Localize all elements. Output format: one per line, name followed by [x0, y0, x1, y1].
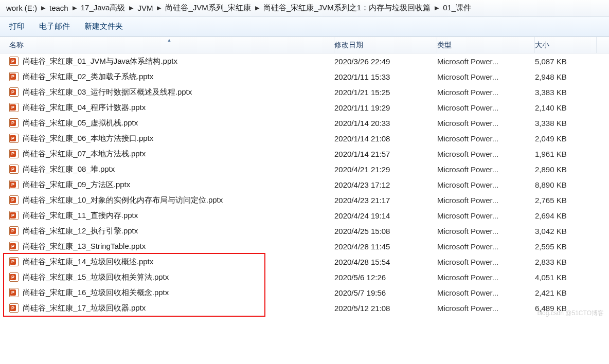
- file-row[interactable]: 尚硅谷_宋红康_06_本地方法接口.pptx2020/1/14 21:08Mic…: [0, 131, 609, 146]
- file-name: 尚硅谷_宋红康_13_StringTable.pptx: [23, 242, 146, 251]
- file-size: 2,833 KB: [535, 258, 597, 266]
- breadcrumb-item[interactable]: 17_Java高级: [81, 3, 126, 13]
- file-date: 2020/1/11 15:33: [334, 72, 437, 81]
- file-name: 尚硅谷_宋红康_06_本地方法接口.pptx: [23, 134, 153, 143]
- file-row[interactable]: 尚硅谷_宋红康_15_垃圾回收相关算法.pptx2020/5/6 12:26Mi…: [0, 269, 609, 285]
- file-type: Microsoft Power...: [437, 72, 535, 81]
- powerpoint-icon: [9, 257, 19, 266]
- file-type: Microsoft Power...: [437, 57, 535, 66]
- column-header-row: 名称 ▲ 修改日期 类型 大小: [0, 37, 609, 53]
- breadcrumb[interactable]: work (E:) ▶ teach ▶ 17_Java高级 ▶ JVM ▶ 尚硅…: [0, 0, 609, 16]
- file-size: 2,140 KB: [535, 103, 597, 112]
- chevron-right-icon: ▶: [41, 5, 45, 11]
- column-header-size[interactable]: 大小: [535, 37, 597, 53]
- breadcrumb-item[interactable]: 01_课件: [443, 3, 471, 13]
- file-name: 尚硅谷_宋红康_07_本地方法栈.pptx: [23, 149, 146, 159]
- file-date: 2020/4/25 15:08: [334, 227, 437, 235]
- chevron-right-icon: ▶: [435, 5, 439, 11]
- file-size: 8,890 KB: [535, 180, 597, 189]
- column-header-type[interactable]: 类型: [437, 37, 535, 53]
- powerpoint-icon: [9, 226, 19, 235]
- powerpoint-icon: [9, 195, 19, 205]
- print-button[interactable]: 打印: [4, 19, 34, 34]
- file-row[interactable]: 尚硅谷_宋红康_14_垃圾回收概述.pptx2020/4/28 15:54Mic…: [0, 254, 609, 269]
- file-date: 2020/5/12 21:08: [334, 304, 437, 313]
- file-row[interactable]: 尚硅谷_宋红康_09_方法区.pptx2020/4/23 17:12Micros…: [0, 177, 609, 192]
- breadcrumb-item[interactable]: work (E:): [6, 4, 37, 12]
- file-name: 尚硅谷_宋红康_14_垃圾回收概述.pptx: [23, 257, 153, 267]
- file-row[interactable]: 尚硅谷_宋红康_02_类加载子系统.pptx2020/1/11 15:33Mic…: [0, 69, 609, 84]
- powerpoint-icon: [9, 149, 19, 158]
- file-name: 尚硅谷_宋红康_09_方法区.pptx: [23, 180, 130, 190]
- file-name: 尚硅谷_宋红康_02_类加载子系统.pptx: [23, 72, 153, 82]
- file-date: 2020/4/28 15:54: [334, 258, 437, 266]
- email-button[interactable]: 电子邮件: [34, 19, 79, 34]
- file-name: 尚硅谷_宋红康_08_堆.pptx: [23, 165, 115, 174]
- file-row[interactable]: 尚硅谷_宋红康_03_运行时数据区概述及线程.pptx2020/1/21 15:…: [0, 84, 609, 100]
- powerpoint-icon: [9, 103, 19, 112]
- file-type: Microsoft Power...: [437, 288, 535, 297]
- file-size: 3,338 KB: [535, 119, 597, 128]
- chevron-right-icon: ▶: [255, 5, 259, 11]
- toolbar: 打印 电子邮件 新建文件夹: [0, 16, 609, 37]
- file-name: 尚硅谷_宋红康_11_直接内存.pptx: [23, 211, 138, 221]
- file-row[interactable]: 尚硅谷_宋红康_17_垃圾回收器.pptx2020/5/12 21:08Micr…: [0, 300, 609, 316]
- file-type: Microsoft Power...: [437, 304, 535, 313]
- file-size: 2,694 KB: [535, 211, 597, 220]
- file-date: 2020/1/21 15:25: [334, 88, 437, 97]
- file-name: 尚硅谷_宋红康_04_程序计数器.pptx: [23, 103, 146, 113]
- powerpoint-icon: [9, 303, 19, 313]
- file-row[interactable]: 尚硅谷_宋红康_11_直接内存.pptx2020/4/24 19:14Micro…: [0, 208, 609, 223]
- column-header-date[interactable]: 修改日期: [334, 37, 437, 53]
- file-row[interactable]: 尚硅谷_宋红康_08_堆.pptx2020/4/21 21:29Microsof…: [0, 161, 609, 177]
- file-date: 2020/4/21 21:29: [334, 165, 437, 174]
- powerpoint-icon: [9, 272, 19, 282]
- file-date: 2020/1/14 21:57: [334, 150, 437, 158]
- file-type: Microsoft Power...: [437, 119, 535, 128]
- file-size: 3,383 KB: [535, 88, 597, 97]
- file-row[interactable]: 尚硅谷_宋红康_10_对象的实例化内存布局与访问定位.pptx2020/4/23…: [0, 192, 609, 208]
- file-size: 2,049 KB: [535, 134, 597, 143]
- column-header-label: 大小: [535, 41, 549, 50]
- file-type: Microsoft Power...: [437, 227, 535, 235]
- file-row[interactable]: 尚硅谷_宋红康_04_程序计数器.pptx2020/1/11 19:29Micr…: [0, 100, 609, 115]
- file-size: 1,961 KB: [535, 150, 597, 158]
- file-size: 2,948 KB: [535, 72, 597, 81]
- file-row[interactable]: 尚硅谷_宋红康_13_StringTable.pptx2020/4/28 11:…: [0, 239, 609, 254]
- file-name: 尚硅谷_宋红康_05_虚拟机栈.pptx: [23, 118, 138, 128]
- file-type: Microsoft Power...: [437, 88, 535, 97]
- powerpoint-icon: [9, 87, 19, 97]
- powerpoint-icon: [9, 134, 19, 143]
- column-header-label: 类型: [437, 41, 452, 50]
- file-row[interactable]: 尚硅谷_宋红康_07_本地方法栈.pptx2020/1/14 21:57Micr…: [0, 146, 609, 161]
- file-name: 尚硅谷_宋红康_15_垃圾回收相关算法.pptx: [23, 272, 169, 282]
- file-type: Microsoft Power...: [437, 273, 535, 282]
- file-name: 尚硅谷_宋红康_12_执行引擎.pptx: [23, 226, 138, 236]
- chevron-right-icon: ▶: [157, 5, 161, 11]
- file-row[interactable]: 尚硅谷_宋红康_01_JVM与Java体系结构.pptx2020/3/26 22…: [0, 53, 609, 69]
- file-size: 5,087 KB: [535, 57, 597, 66]
- file-row[interactable]: 尚硅谷_宋红康_16_垃圾回收相关概念.pptx2020/5/7 19:56Mi…: [0, 285, 609, 300]
- powerpoint-icon: [9, 288, 19, 297]
- new-folder-button[interactable]: 新建文件夹: [79, 19, 132, 34]
- file-date: 2020/4/23 21:17: [334, 196, 437, 205]
- file-date: 2020/4/23 17:12: [334, 180, 437, 189]
- file-row[interactable]: 尚硅谷_宋红康_05_虚拟机栈.pptx2020/1/14 20:33Micro…: [0, 115, 609, 131]
- breadcrumb-item[interactable]: JVM: [137, 4, 153, 12]
- powerpoint-icon: [9, 211, 19, 220]
- file-row[interactable]: 尚硅谷_宋红康_12_执行引擎.pptx2020/4/25 15:08Micro…: [0, 223, 609, 239]
- column-header-name[interactable]: 名称 ▲: [0, 37, 334, 53]
- breadcrumb-item[interactable]: teach: [49, 4, 68, 12]
- file-size: 4,051 KB: [535, 273, 597, 282]
- breadcrumb-item[interactable]: 尚硅谷_JVM系列_宋红康: [165, 3, 251, 13]
- file-date: 2020/1/14 21:08: [334, 134, 437, 143]
- file-date: 2020/5/6 12:26: [334, 273, 437, 282]
- powerpoint-icon: [9, 118, 19, 128]
- file-name: 尚硅谷_宋红康_17_垃圾回收器.pptx: [23, 303, 146, 313]
- file-type: Microsoft Power...: [437, 196, 535, 205]
- file-name: 尚硅谷_宋红康_16_垃圾回收相关概念.pptx: [23, 288, 169, 298]
- breadcrumb-item[interactable]: 尚硅谷_宋红康_JVM系列之1：内存与垃圾回收篇: [263, 3, 431, 13]
- sort-indicator-icon: ▲: [167, 38, 172, 43]
- file-type: Microsoft Power...: [437, 150, 535, 158]
- watermark: blog.csdn @51CTO博客: [538, 309, 604, 318]
